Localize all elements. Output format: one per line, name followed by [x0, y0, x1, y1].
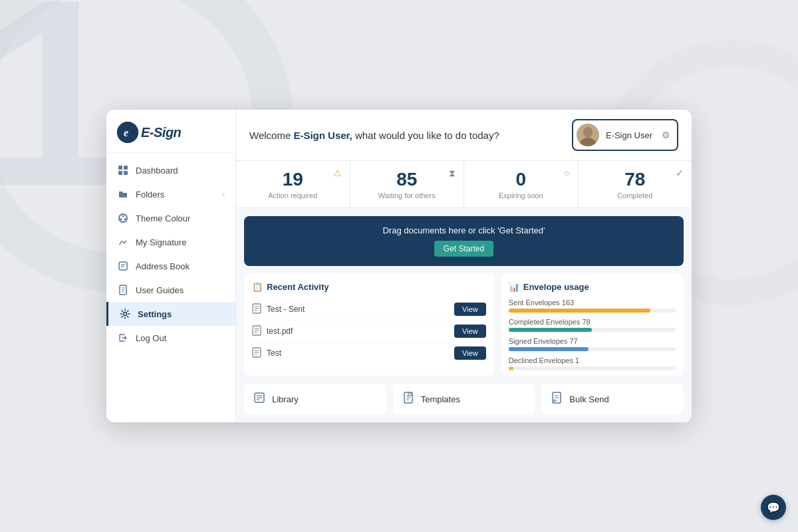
svg-rect-5 [124, 171, 128, 175]
qa-card-bulk-send[interactable]: Bulk Send [541, 384, 684, 414]
sidebar-item-label-settings: Settings [138, 309, 172, 319]
stat-card-waiting-others[interactable]: ⧗85Waiting for others [350, 161, 465, 207]
usage-bar-completed [509, 328, 593, 332]
user-name: E-Sign User [606, 130, 652, 140]
doc-icon [252, 303, 261, 316]
gear-icon[interactable]: ⚙ [662, 130, 670, 140]
qa-icon-library [253, 392, 265, 406]
stat-icon-completed: ✓ [676, 168, 684, 178]
bottom-panels: 📋 Recent Activity Test - SentViewtest.pd… [236, 274, 692, 384]
welcome-text: Welcome E-Sign User, what would you like… [249, 130, 499, 141]
usage-item-completed: Completed Envelopes 78 [509, 318, 676, 332]
settings-icon [119, 308, 131, 320]
activity-list: Test - SentViewtest.pdfViewTestView [252, 299, 486, 364]
usage-bar-bg-sent [509, 309, 676, 313]
usage-label-signed: Signed Envelopes 77 [509, 337, 676, 345]
usage-icon: 📊 [509, 282, 519, 292]
qa-card-library[interactable]: Library [244, 384, 386, 414]
usage-item-declined: Declined Envelopes 1 [509, 356, 676, 370]
theme-icon [117, 212, 129, 224]
activity-item-item-3: TestView [252, 342, 486, 364]
sidebar: e E-Sign DashboardFolders›Theme ColourMy… [106, 110, 236, 422]
user-badge[interactable]: E-Sign User ⚙ [572, 119, 678, 151]
sidebar-item-label-log-out: Log Out [136, 333, 166, 343]
sidebar-item-address-book[interactable]: Address Book [106, 254, 235, 278]
envelope-usage-title: 📊 Envelope usage [509, 282, 676, 292]
doc-icon [252, 347, 261, 360]
quick-access: LibraryTemplatesBulk Send [236, 384, 692, 422]
recent-activity-title: 📋 Recent Activity [252, 282, 486, 292]
svg-rect-10 [119, 262, 127, 270]
chat-button[interactable]: 💬 [761, 495, 786, 520]
activity-name: test.pdf [267, 327, 293, 336]
usage-bar-bg-completed [509, 328, 676, 332]
logo-icon: e [117, 122, 138, 143]
view-button-item-1[interactable]: View [454, 303, 486, 316]
svg-rect-3 [124, 166, 128, 170]
signature-icon [117, 236, 129, 248]
usage-label-completed: Completed Envelopes 78 [509, 318, 676, 326]
activity-icon: 📋 [252, 282, 263, 292]
grid-icon [117, 164, 129, 176]
drop-zone: Drag documents here or click 'Get Starte… [244, 216, 684, 266]
main-content: Welcome E-Sign User, what would you like… [236, 110, 692, 422]
sidebar-item-label-theme-colour: Theme Colour [136, 213, 190, 223]
logout-icon [117, 332, 129, 344]
welcome-user: E-Sign User, [293, 130, 352, 141]
sidebar-item-label-dashboard: Dashboard [136, 166, 178, 176]
address-icon [117, 260, 129, 272]
view-button-item-3[interactable]: View [454, 346, 486, 360]
svg-point-9 [120, 218, 122, 220]
svg-rect-4 [118, 171, 122, 175]
stat-number-waiting-others: 85 [361, 169, 454, 190]
usage-list: Sent Envelopes 163Completed Envelopes 78… [509, 299, 676, 376]
usage-bar-signed [509, 347, 589, 351]
stat-number-completed: 78 [589, 169, 682, 190]
stat-label-waiting-others: Waiting for others [361, 192, 454, 200]
sidebar-item-theme-colour[interactable]: Theme Colour [106, 206, 235, 230]
welcome-prefix: Welcome [249, 130, 293, 141]
activity-name: Test [267, 348, 281, 358]
stats-row: ⚠19Action required⧗85Waiting for others○… [236, 161, 692, 208]
stat-label-expiring-soon: Expiring soon [475, 192, 567, 200]
envelope-usage-panel: 📊 Envelope usage Sent Envelopes 163Compl… [501, 274, 684, 376]
sidebar-item-log-out[interactable]: Log Out [106, 326, 235, 350]
qa-label-library: Library [272, 394, 299, 404]
usage-bar-declined [509, 366, 514, 370]
stat-number-action-required: 19 [247, 169, 339, 190]
stat-number-expiring-soon: 0 [475, 169, 567, 190]
usage-bar-bg-signed [509, 347, 676, 351]
qa-card-templates[interactable]: Templates [393, 384, 535, 414]
sidebar-item-user-guides[interactable]: User Guides [106, 278, 235, 302]
qa-icon-bulk-send [551, 392, 563, 406]
stat-icon-waiting-others: ⧗ [449, 168, 456, 179]
doc-icon [252, 325, 261, 338]
get-started-button[interactable]: Get Started [434, 241, 493, 257]
stat-card-action-required[interactable]: ⚠19Action required [236, 161, 350, 207]
view-button-item-2[interactable]: View [454, 325, 486, 338]
drop-zone-text: Drag documents here or click 'Get Starte… [253, 225, 674, 235]
main-window: e E-Sign DashboardFolders›Theme ColourMy… [106, 110, 692, 422]
svg-point-17 [124, 313, 127, 316]
logo-brand: E-Sign [141, 125, 181, 140]
activity-name: Test - Sent [267, 305, 305, 314]
recent-activity-panel: 📋 Recent Activity Test - SentViewtest.pd… [244, 274, 494, 376]
sidebar-item-label-my-signature: My Signature [136, 237, 187, 247]
sidebar-navigation: DashboardFolders›Theme ColourMy Signatur… [106, 153, 235, 422]
stat-card-completed[interactable]: ✓78Completed [579, 161, 692, 207]
guide-icon [117, 284, 129, 296]
qa-label-bulk-send: Bulk Send [569, 394, 608, 404]
sidebar-item-dashboard[interactable]: Dashboard [106, 158, 235, 182]
folder-icon [117, 188, 129, 200]
sidebar-item-settings[interactable]: Settings [106, 302, 235, 326]
svg-point-19 [583, 127, 593, 138]
chevron-icon-folders: › [223, 191, 225, 198]
sidebar-logo: e E-Sign [106, 110, 235, 153]
sidebar-item-folders[interactable]: Folders› [106, 182, 235, 206]
sidebar-item-label-user-guides: User Guides [136, 285, 184, 295]
activity-item-item-1: Test - SentView [252, 299, 486, 321]
sidebar-item-my-signature[interactable]: My Signature [106, 230, 235, 254]
qa-label-templates: Templates [421, 394, 460, 404]
svg-rect-2 [118, 166, 122, 170]
stat-card-expiring-soon[interactable]: ○0Expiring soon [464, 161, 579, 207]
